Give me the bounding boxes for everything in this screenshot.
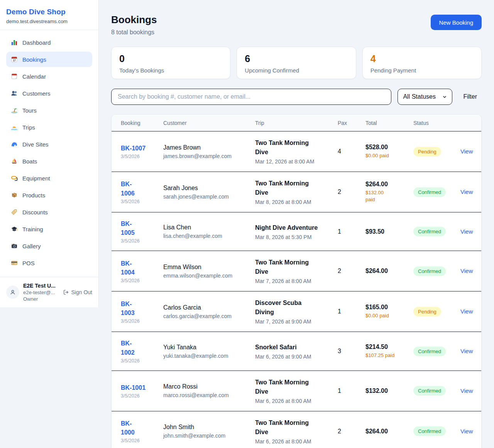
sidebar-item-trips[interactable]: Trips <box>6 120 92 135</box>
booking-number-link[interactable]: BK- 1003 <box>121 300 159 317</box>
shop-title: Demo Dive Shop <box>6 8 92 16</box>
booking-number-link[interactable]: BK-1001 <box>121 383 159 392</box>
booking-number-link[interactable]: BK- 1006 <box>121 180 159 197</box>
booking-cell: BK-1007 3/5/2026 <box>121 144 163 159</box>
trip-name: Two Tank Morning Dive <box>255 138 334 157</box>
customer-name: Yuki Tanaka <box>163 344 251 351</box>
customer-email: emma.wilson@example.com <box>163 273 251 279</box>
booking-number-link[interactable]: BK- 1004 <box>121 259 159 277</box>
status-badge: Confirmed <box>413 386 446 396</box>
customer-name: John Smith <box>163 424 251 431</box>
tear-off-calendar-icon <box>11 73 18 80</box>
booking-number-link[interactable]: BK- 1000 <box>121 419 159 437</box>
pax-cell: 1 <box>338 387 365 394</box>
stat-value: 4 <box>370 54 474 64</box>
filter-button[interactable]: Filter <box>458 93 482 100</box>
sidebar-item-customers[interactable]: Customers <box>6 86 92 101</box>
table-row: BK-1007 3/5/2026 James Brown james.brown… <box>112 131 481 172</box>
table-header-row: Booking Customer Trip Pax Total Status <box>112 115 481 131</box>
sidebar-item-gallery[interactable]: Gallery <box>6 238 92 254</box>
sidebar-item-pos[interactable]: POS <box>6 255 92 271</box>
pax-cell: 4 <box>338 148 365 155</box>
sidebar-item-bookings[interactable]: 17 Bookings <box>6 52 92 67</box>
price-tag-icon <box>11 209 18 216</box>
user-name: E2E Test U... <box>23 283 59 289</box>
view-link[interactable]: View <box>460 268 473 274</box>
sidebar-item-boats[interactable]: Boats <box>6 153 92 169</box>
sidebar-item-label: Calendar <box>22 73 46 80</box>
user-email: e2e-tester@... <box>23 290 59 295</box>
trip-cell: Two Tank Morning Dive Mar 6, 2026 at 8:0… <box>255 418 338 445</box>
pax-cell: 2 <box>338 428 365 435</box>
view-link[interactable]: View <box>460 348 473 354</box>
status-filter-value: All Statuses <box>403 93 435 100</box>
customer-email: carlos.garcia@example.com <box>163 313 251 319</box>
status-filter-select[interactable]: All Statuses <box>398 89 452 105</box>
sidebar-item-calendar[interactable]: Calendar <box>6 69 92 84</box>
booking-number-link[interactable]: BK- 1005 <box>121 219 159 237</box>
stat-label: Pending Payment <box>370 67 474 74</box>
stat-value: 6 <box>245 54 348 64</box>
page-title: Bookings <box>111 14 157 26</box>
total-cell: $132.00 <box>365 387 413 394</box>
person-icon <box>9 288 17 296</box>
booking-cell: BK-1001 3/5/2026 <box>121 383 163 399</box>
customer-email: sarah.jones@example.com <box>163 194 251 200</box>
customer-name: James Brown <box>163 144 251 151</box>
status-cell: Confirmed <box>413 426 460 436</box>
column-header-booking: Booking <box>121 120 163 126</box>
booking-date: 3/5/2026 <box>121 238 159 244</box>
status-badge: Pending <box>413 307 441 317</box>
chevron-down-icon <box>442 94 447 99</box>
trip-name: Snorkel Safari <box>255 343 334 352</box>
sidebar-item-products[interactable]: Products <box>6 187 92 203</box>
sidebar-item-label: Equipment <box>22 175 50 182</box>
trip-name: Night Dive Adventure <box>255 223 334 232</box>
booking-cell: BK- 1002 3/5/2026 <box>121 339 163 363</box>
sidebar-nav: Dashboard 17 Bookings Calendar Customers… <box>0 30 98 277</box>
trip-datetime: Mar 6, 2026 at 9:00 AM <box>255 354 334 360</box>
sign-out-button[interactable]: Sign Out <box>63 289 92 295</box>
view-cell: View <box>460 348 472 355</box>
view-link[interactable]: View <box>460 308 473 315</box>
bookings-table: Booking Customer Trip Pax Total Status B… <box>111 114 482 448</box>
booking-number-link[interactable]: BK- 1002 <box>121 339 159 357</box>
customer-name: Lisa Chen <box>163 224 251 231</box>
package-box-icon <box>11 192 18 199</box>
speedboat-icon <box>11 124 18 131</box>
pax-cell: 3 <box>338 348 365 355</box>
svg-text:17: 17 <box>13 59 16 62</box>
total-amount: $264.00 <box>365 268 409 275</box>
sidebar-item-dashboard[interactable]: Dashboard <box>6 35 92 50</box>
logout-icon <box>63 289 69 295</box>
table-row: BK-1001 3/5/2026 Marco Rossi marco.rossi… <box>112 371 481 411</box>
view-link[interactable]: View <box>460 428 473 435</box>
view-link[interactable]: View <box>460 189 473 195</box>
sidebar-item-label: Bookings <box>22 56 46 63</box>
stat-value: 0 <box>119 54 222 64</box>
desert-island-icon <box>11 107 18 114</box>
sidebar-item-training[interactable]: Training <box>6 221 92 237</box>
booking-cell: BK- 1003 3/5/2026 <box>121 300 163 324</box>
column-header-status: Status <box>413 120 460 126</box>
search-input[interactable] <box>111 89 391 105</box>
booking-date: 3/5/2026 <box>121 438 159 443</box>
table-row: BK- 1006 3/5/2026 Sarah Jones sarah.jone… <box>112 172 481 212</box>
booking-number-link[interactable]: BK-1007 <box>121 144 159 153</box>
sidebar-item-discounts[interactable]: Discounts <box>6 204 92 220</box>
view-link[interactable]: View <box>460 387 473 394</box>
view-link[interactable]: View <box>460 148 473 155</box>
view-link[interactable]: View <box>460 228 473 235</box>
sidebar-item-dive-sites[interactable]: Dive Sites <box>6 136 92 152</box>
customer-cell: John Smith john.smith@example.com <box>163 424 255 439</box>
trip-cell: Night Dive Adventure Mar 8, 2026 at 5:30… <box>255 223 338 240</box>
customer-name: Emma Wilson <box>163 264 251 271</box>
total-cell: $264.00 $132.00 paid <box>365 181 413 203</box>
new-booking-button[interactable]: New Booking <box>431 15 482 30</box>
customer-email: yuki.tanaka@example.com <box>163 353 251 359</box>
sidebar-item-tours[interactable]: Tours <box>6 103 92 118</box>
sidebar-item-equipment[interactable]: Equipment <box>6 170 92 186</box>
booking-date: 3/5/2026 <box>121 199 159 204</box>
pax-cell: 2 <box>338 189 365 195</box>
pax-cell: 1 <box>338 308 365 315</box>
